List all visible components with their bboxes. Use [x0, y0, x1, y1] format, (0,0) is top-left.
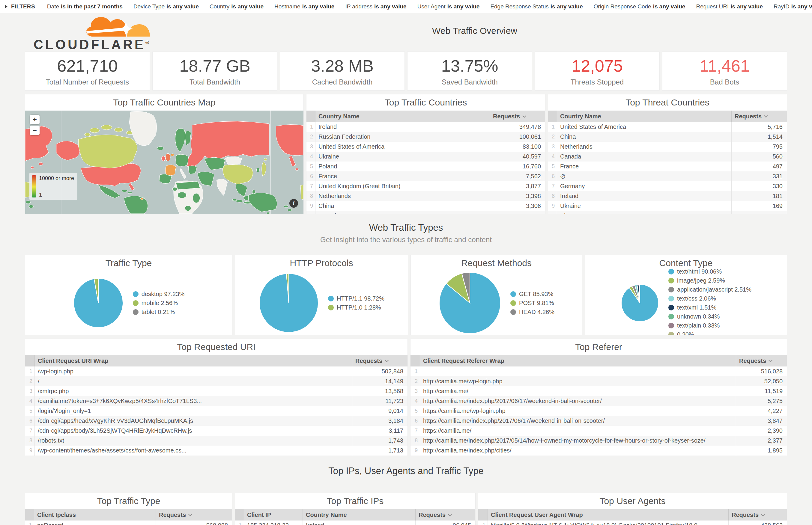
pie-legend: text/html 90.06%image/jpeg 2.59%applicat…: [668, 268, 751, 335]
table-cell: noRecord: [34, 521, 156, 525]
sort-desc-icon: [385, 358, 389, 362]
table-cell: 96,945: [415, 521, 475, 525]
table-cell: 560: [731, 152, 787, 162]
row-number: 9: [548, 201, 557, 211]
column-header-requests[interactable]: Requests: [728, 509, 787, 521]
column-header-requests[interactable]: Requests: [736, 355, 787, 366]
legend-dot: [133, 291, 138, 297]
row-number: 5: [307, 162, 315, 171]
filter-field: User Agent: [417, 3, 446, 10]
traffic-type-title: Traffic Type: [25, 255, 232, 271]
filters-toggle[interactable]: FILTERS: [5, 3, 35, 10]
table-cell: 3,877: [490, 181, 545, 191]
row-number: 9: [307, 201, 315, 211]
panel-top-traffic-countries: Top Traffic Countries Country NameReques…: [306, 94, 545, 214]
row-number: 9: [411, 446, 420, 455]
legend-dot: [510, 309, 516, 315]
table-cell: Canada: [557, 152, 731, 162]
row-number: 5: [411, 406, 420, 416]
column-header-requests[interactable]: Requests: [352, 355, 408, 366]
pie-wrap: desktop 97.23%mobile 2.56%tablet 0.21%: [25, 271, 232, 335]
row-number: 6: [411, 416, 420, 426]
column-header-country-name[interactable]: Country Name: [557, 110, 731, 122]
bottom-section-title: Top IPs, User Agents and Traffic Type: [0, 466, 812, 477]
table-cell: 331: [731, 171, 787, 181]
panel-top-traffic-type: Top Traffic Type Client IpclassRequests1…: [25, 493, 232, 525]
legend-label: HTTP/1.0 1.28%: [337, 304, 381, 311]
filter-item-origin-response-code[interactable]: Origin Response Codeis any value: [593, 3, 685, 10]
pie-wrap: HTTP/1.1 98.72%HTTP/1.0 1.28%: [235, 271, 408, 335]
legend-label: text/css 2.06%: [677, 295, 716, 302]
table-cell: http://camilia.me/index.php/2017/06/17/w…: [420, 396, 736, 406]
table-cell: 185.234.218.33: [244, 521, 302, 525]
row-number-column-header: [478, 509, 488, 521]
filter-item-rayid[interactable]: RayIDis any value: [773, 3, 812, 10]
legend-dot: [668, 305, 674, 311]
filter-item-date[interactable]: Dateis in the past 7 months: [47, 3, 123, 10]
table-row: 6https://camilia.me/index.php/2017/06/17…: [411, 416, 787, 426]
column-header-client-request-uri-wrap[interactable]: Client Request URI Wrap: [35, 355, 352, 366]
column-header-client-ip[interactable]: Client IP: [244, 509, 302, 521]
column-header-country-name[interactable]: Country Name: [302, 509, 415, 521]
column-header-requests[interactable]: Requests: [415, 509, 475, 521]
zoom-out-button[interactable]: −: [30, 125, 40, 135]
table-cell: 1,473: [736, 455, 787, 456]
table-cell: 3,847: [736, 416, 787, 426]
filter-item-request-uri[interactable]: Request URIis any value: [696, 3, 763, 10]
column-header-client-ipclass[interactable]: Client Ipclass: [34, 509, 156, 521]
table-body: 1Mozilla/5.0 (Windows NT 6.1; WOW64; rv:…: [478, 521, 787, 525]
kpi-total-bandwidth: 18.77 GBTotal Bandwidth: [152, 51, 277, 90]
filter-item-country[interactable]: Countryis any value: [210, 3, 264, 10]
table-row: 1185.234.218.33Ireland96,945: [235, 521, 475, 525]
panel-top-threat-countries: Top Threat Countries Country NameRequest…: [548, 94, 787, 214]
legend-label: text/xml 1.51%: [677, 304, 717, 311]
row-number: 3: [25, 386, 35, 396]
table-row: 5France497: [548, 162, 787, 171]
table-row: 3United States of America83,100: [307, 142, 545, 152]
table-cell: 181: [731, 191, 787, 201]
row-number: 2: [307, 132, 315, 142]
kpi-saved-bandwidth: 13.75%Saved Bandwidth: [407, 51, 532, 90]
table-cell: http://camilia.me/wp-login.php: [420, 376, 736, 386]
column-header-requests[interactable]: Requests: [731, 110, 787, 122]
legend-dot: [668, 287, 674, 292]
kpi-value: 11,461: [699, 56, 750, 76]
page-title: Web Traffic Overview: [432, 26, 517, 36]
table-cell: https://camilia.me/wp-login.php: [420, 406, 736, 416]
legend-dot: [668, 332, 674, 335]
filter-item-user-agent[interactable]: User Agentis any value: [417, 3, 480, 10]
column-header-client-request-referer-wrap[interactable]: Client Request Referer Wrap: [420, 355, 736, 366]
row-number-column-header: [307, 110, 315, 122]
column-header-requests[interactable]: Requests: [156, 509, 232, 521]
table-row: 10Canada2,245: [307, 211, 545, 214]
table-cell: 568,088: [156, 521, 232, 525]
table-cell: /camilia.me?token=s3+7k6XQvKwzp5/4XSs4rh…: [35, 396, 352, 406]
pie-legend: HTTP/1.1 98.72%HTTP/1.0 1.28%: [328, 295, 384, 311]
filter-item-hostname[interactable]: Hostnameis any value: [275, 3, 334, 10]
table-cell: https://camilia.me/index.php/2017/06/17/…: [420, 416, 736, 426]
column-header-country-name[interactable]: Country Name: [315, 110, 490, 122]
zoom-in-button[interactable]: +: [30, 115, 40, 124]
row-number-column-header: [25, 509, 34, 521]
column-header-requests[interactable]: Requests: [490, 110, 545, 122]
table-cell: http://camilia.me/index.php/2017/05/14/h…: [420, 436, 736, 446]
row-number: 3: [548, 142, 557, 152]
legend-label: HTTP/1.1 98.72%: [337, 295, 384, 302]
table-header: Client IpclassRequests: [25, 509, 232, 521]
table-cell: 3,117: [352, 426, 408, 436]
map-zoom-controls: + −: [30, 115, 40, 135]
table-row: 1516,028: [411, 366, 787, 376]
filter-item-edge-response-status[interactable]: Edge Response Statusis any value: [490, 3, 582, 10]
content-type-pie-chart: [620, 284, 659, 322]
traffic-countries-title: Top Traffic Countries: [307, 94, 545, 110]
traffic-type-pie-chart: [73, 278, 124, 328]
table-row: 9Ukraine169: [548, 201, 787, 211]
filter-item-ip-address[interactable]: IP addressis any value: [345, 3, 406, 10]
filter-item-device-type[interactable]: Device Typeis any value: [133, 3, 199, 10]
legend-label: POST 9.81%: [519, 300, 554, 306]
column-header-client-request-user-agent-wrap[interactable]: Client Request User Agent Wrap: [488, 509, 728, 521]
table-cell: United States of America: [557, 122, 731, 132]
table-cell: Mozilla/5.0 (Windows NT 6.1; WOW64; rv:1…: [488, 521, 728, 525]
info-icon[interactable]: i: [289, 199, 298, 208]
filters-label: FILTERS: [11, 3, 35, 10]
